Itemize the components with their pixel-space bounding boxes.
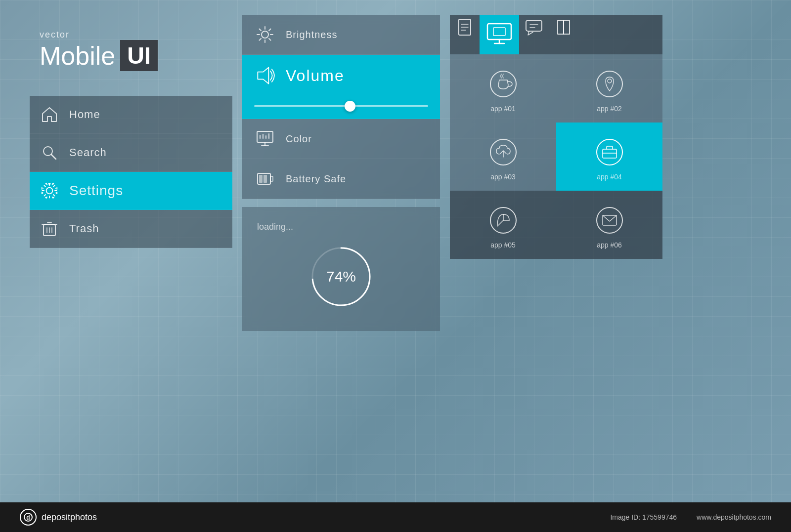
ui-badge: UI (120, 40, 158, 71)
color-row[interactable]: Color (242, 119, 440, 159)
app-01-label: app #01 (490, 105, 516, 113)
settings-label: Settings (69, 183, 123, 199)
brightness-label: Brightness (286, 29, 338, 41)
svg-rect-29 (264, 175, 267, 183)
apps-grid: app #01 app #02 (450, 54, 662, 259)
app-03-label: app #03 (490, 173, 516, 181)
right-panel: app #01 app #02 (450, 15, 662, 400)
home-label: Home (69, 108, 100, 121)
app-tile-06[interactable]: app #06 (556, 191, 662, 259)
footer-meta: Image ID: 175599746 www.depositphotos.co… (610, 513, 771, 521)
color-label: Color (286, 133, 312, 145)
svg-line-1 (51, 155, 56, 159)
monitor-icon-tile[interactable] (480, 15, 519, 54)
battery-row[interactable]: Battery Safe (242, 159, 440, 199)
svg-marker-18 (258, 68, 268, 84)
battery-icon (254, 168, 276, 190)
svg-point-2 (46, 188, 53, 194)
brightness-row[interactable]: Brightness (242, 15, 440, 55)
svg-line-15 (269, 39, 271, 41)
volume-label: Volume (286, 67, 345, 85)
sidebar-item-settings[interactable]: Settings (30, 172, 232, 210)
app-05-label: app #05 (490, 241, 516, 249)
svg-point-44 (597, 71, 622, 97)
image-id: Image ID: 175599746 (610, 513, 677, 521)
footer-bar: d depositphotos Image ID: 175599746 www.… (0, 502, 791, 532)
footer-brand: d depositphotos (20, 509, 97, 526)
app-02-label: app #02 (597, 105, 622, 113)
document-icon-tile[interactable] (450, 15, 480, 40)
app-tile-04[interactable]: app #04 (556, 123, 662, 191)
upload-icon (488, 137, 518, 167)
brand-name: depositphotos (42, 512, 97, 523)
mobile-label: Mobile (40, 41, 115, 71)
svg-rect-40 (526, 20, 542, 31)
svg-point-9 (262, 31, 268, 38)
sidebar-item-home[interactable]: Home (30, 96, 232, 134)
loading-percent: 74% (326, 268, 356, 285)
app-tile-03[interactable]: app #03 (450, 123, 556, 191)
sidebar-item-search[interactable]: Search (30, 134, 232, 172)
svg-rect-28 (259, 175, 263, 183)
app-06-label: app #06 (597, 241, 622, 249)
sidebar-item-trash[interactable]: Trash (30, 210, 232, 248)
footer-website: www.depositphotos.com (697, 513, 771, 521)
app-04-label: app #04 (597, 173, 622, 181)
sun-icon (254, 24, 276, 45)
trash-icon (40, 219, 59, 239)
mail-icon (595, 205, 624, 235)
logo-area: vector Mobile UI (30, 15, 232, 91)
gear-icon (40, 181, 59, 201)
battery-label: Battery Safe (286, 173, 346, 185)
left-panel: vector Mobile UI Home (30, 15, 232, 400)
svg-rect-27 (270, 176, 273, 181)
svg-point-48 (597, 139, 622, 165)
loading-circle: 74% (307, 242, 376, 311)
app-tile-01[interactable]: app #01 (450, 54, 556, 123)
svg-rect-19 (257, 131, 273, 142)
book-icon-tile[interactable] (549, 15, 578, 40)
svg-line-14 (260, 29, 262, 31)
search-label: Search (69, 146, 107, 159)
search-icon (40, 143, 59, 163)
speaker-icon (254, 65, 276, 86)
svg-rect-36 (487, 24, 511, 40)
trash-label: Trash (69, 222, 99, 235)
svg-line-17 (260, 39, 262, 41)
svg-rect-39 (493, 28, 505, 36)
svg-rect-49 (603, 149, 616, 158)
chart-icon (488, 205, 518, 235)
top-icons-bar (450, 15, 662, 54)
location-icon (595, 69, 624, 99)
app-tile-02[interactable]: app #02 (556, 54, 662, 123)
svg-point-52 (597, 207, 622, 233)
svg-line-16 (269, 29, 271, 31)
chat-icon-tile[interactable] (519, 15, 549, 40)
svg-point-45 (608, 79, 612, 83)
deposit-logo-icon: d (20, 509, 37, 526)
middle-panel: Brightness Volume (242, 15, 440, 400)
loading-panel: loading... 74% (242, 207, 440, 331)
volume-row[interactable]: Volume (242, 55, 440, 119)
vector-label: vector (40, 30, 222, 40)
nav-menu: Home Search (30, 96, 232, 248)
monitor-color-icon (254, 128, 276, 150)
loading-label: loading... (257, 222, 293, 232)
volume-slider[interactable] (254, 96, 428, 107)
home-icon (40, 105, 59, 124)
briefcase-icon (595, 137, 624, 167)
settings-panel: Brightness Volume (242, 15, 440, 199)
svg-text:d: d (26, 514, 30, 521)
coffee-icon (488, 69, 518, 99)
app-tile-05[interactable]: app #05 (450, 191, 556, 259)
